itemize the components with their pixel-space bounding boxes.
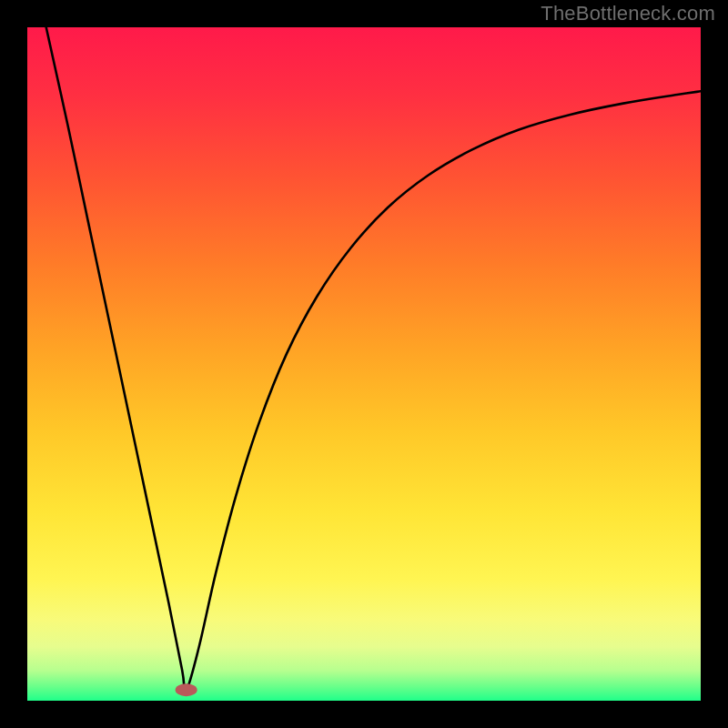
gradient-background [27,27,701,701]
plot-area [27,27,701,701]
minimum-marker [176,683,197,696]
gradient-chart [27,27,701,701]
watermark-text: TheBottleneck.com [541,2,715,25]
chart-stage: TheBottleneck.com [0,0,728,728]
